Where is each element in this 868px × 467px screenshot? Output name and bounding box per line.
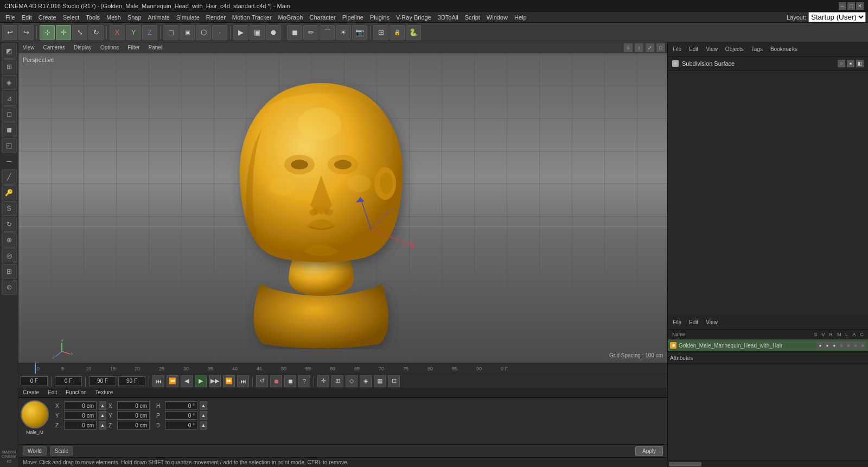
goto-end-button[interactable]: ⏭ xyxy=(237,375,249,387)
menu-create[interactable]: Create xyxy=(35,13,60,22)
material-menu-function[interactable]: Function xyxy=(63,389,88,396)
viewport-icon-pan[interactable]: ↕ xyxy=(635,43,643,52)
coord-p-spin[interactable]: ▲ xyxy=(200,411,207,420)
end-frame-a-input[interactable] xyxy=(89,376,116,386)
z-axis-button[interactable]: Z xyxy=(142,25,157,40)
light-button[interactable]: ☀ xyxy=(336,25,351,40)
coord-x-size[interactable] xyxy=(117,401,150,410)
obj-menu-view[interactable]: View xyxy=(703,318,720,326)
subdivision-ctrl-3[interactable]: ◧ xyxy=(856,60,864,67)
right-menu-edit[interactable]: Edit xyxy=(686,45,701,53)
material-menu-create[interactable]: Create xyxy=(21,389,41,396)
polygon-mode-button[interactable]: ▣ xyxy=(180,25,195,40)
menu-edit[interactable]: Edit xyxy=(18,13,35,22)
world-button[interactable]: World xyxy=(23,446,47,456)
end-frame-b-input[interactable] xyxy=(118,376,145,386)
menu-pipeline[interactable]: Pipeline xyxy=(339,13,367,22)
right-menu-file[interactable]: File xyxy=(670,45,684,53)
apply-button[interactable]: Apply xyxy=(635,446,663,456)
move-tool-button[interactable]: ✛ xyxy=(56,25,71,40)
material-thumb-0[interactable] xyxy=(21,400,49,428)
right-scrollbar[interactable] xyxy=(668,460,868,467)
menu-mesh[interactable]: Mesh xyxy=(103,13,124,22)
scale-tool-button[interactable]: ⤡ xyxy=(72,25,87,40)
viewport-menu-display[interactable]: Display xyxy=(72,44,94,51)
coord-z-pos[interactable] xyxy=(64,421,97,430)
sidebar-mode-2[interactable]: ◈ xyxy=(2,75,17,90)
menu-character[interactable]: Character xyxy=(306,13,339,22)
deformer-button[interactable]: ⌒ xyxy=(320,25,335,40)
next-key-button[interactable]: ⏩ xyxy=(223,375,235,387)
transport-timeline-button[interactable]: ▦ xyxy=(374,375,386,387)
coord-h-spin[interactable]: ▲ xyxy=(200,401,207,410)
menu-select[interactable]: Select xyxy=(60,13,83,22)
viewport-icon-full[interactable]: □ xyxy=(656,43,665,52)
layout-dropdown[interactable]: Startup (User) xyxy=(808,12,866,22)
transport-grid-button[interactable]: ⊞ xyxy=(331,375,343,387)
obj-btn-1[interactable]: ● xyxy=(817,342,824,349)
obj-item-head[interactable]: ⊕ Golden_Male_Mannequin_Head_with_Hair ●… xyxy=(668,339,868,351)
play-button[interactable]: ▶ xyxy=(195,375,207,387)
menu-animate[interactable]: Animate xyxy=(145,13,173,22)
coord-z-spin-up[interactable]: ▲ xyxy=(99,421,106,430)
coord-z-size[interactable] xyxy=(117,421,150,430)
sidebar-mode-1[interactable]: ⊞ xyxy=(2,59,17,74)
viewport-icon-move[interactable]: ⊹ xyxy=(624,43,633,52)
polyselect-button[interactable]: ⏺ xyxy=(266,25,281,40)
obj-menu-edit[interactable]: Edit xyxy=(686,318,701,326)
cube-button[interactable]: ◼ xyxy=(287,25,302,40)
right-menu-tags[interactable]: Tags xyxy=(749,45,765,53)
obj-btn-2[interactable]: ● xyxy=(824,342,831,349)
point-mode-button[interactable]: · xyxy=(212,25,227,40)
3d-viewport[interactable]: X Y Z Perspective Grid Spacing : 100 cm xyxy=(18,53,667,363)
right-menu-bookmarks[interactable]: Bookmarks xyxy=(768,45,800,53)
menu-file[interactable]: File xyxy=(2,13,18,22)
edge-mode-button[interactable]: ⬡ xyxy=(196,25,211,40)
coord-b-spin[interactable]: ▲ xyxy=(200,421,207,430)
coord-y-pos[interactable] xyxy=(64,411,97,420)
subdivision-ctrl-2[interactable]: ● xyxy=(847,60,854,67)
transport-keyframe-button[interactable]: ◈ xyxy=(360,375,372,387)
maximize-button[interactable]: □ xyxy=(847,2,855,10)
sidebar-mode-4[interactable]: ◻ xyxy=(2,106,17,122)
menu-help[interactable]: Help xyxy=(511,13,530,22)
sidebar-tool-3[interactable]: ↻ xyxy=(2,217,17,232)
viewport-menu-filter[interactable]: Filter xyxy=(125,44,142,51)
object-mode-button[interactable]: ◻ xyxy=(163,25,178,40)
transport-move-button[interactable]: ✛ xyxy=(317,375,329,387)
obj-btn-5[interactable]: ○ xyxy=(845,342,852,349)
material-menu-edit[interactable]: Edit xyxy=(46,389,59,396)
python-button[interactable]: 🐍 xyxy=(406,25,421,40)
viewport-menu-view[interactable]: View xyxy=(21,44,37,51)
question-button[interactable]: ? xyxy=(298,375,310,387)
sidebar-mode-0[interactable]: ◩ xyxy=(2,43,17,59)
next-frame-button[interactable]: ▶▶ xyxy=(209,375,221,387)
frame-offset-input[interactable] xyxy=(55,376,82,386)
record-button[interactable]: ⏺ xyxy=(270,375,282,387)
obj-btn-4[interactable]: ○ xyxy=(838,342,845,349)
sidebar-tool-5[interactable]: ◎ xyxy=(2,248,17,263)
minimize-button[interactable]: ─ xyxy=(839,2,846,10)
sidebar-tool-1[interactable]: 🔑 xyxy=(2,185,17,200)
y-axis-button[interactable]: Y xyxy=(126,25,141,40)
menu-vray[interactable]: V-Ray Bridge xyxy=(393,13,435,22)
coord-x-spin-up[interactable]: ▲ xyxy=(99,401,106,410)
spline-button[interactable]: ✏ xyxy=(303,25,318,40)
material-item-0[interactable]: Male_M xyxy=(21,400,49,435)
coord-y-size[interactable] xyxy=(117,411,150,420)
grid-button[interactable]: ⊞ xyxy=(373,25,388,40)
menu-simulate[interactable]: Simulate xyxy=(173,13,203,22)
coord-p-val[interactable] xyxy=(165,411,197,420)
viewport-menu-options[interactable]: Options xyxy=(98,44,121,51)
close-button[interactable]: ✕ xyxy=(856,2,864,10)
coord-y-spin-up[interactable]: ▲ xyxy=(99,411,106,420)
coord-x-pos[interactable] xyxy=(64,401,97,410)
sidebar-tool-6[interactable]: ⊞ xyxy=(2,264,17,279)
material-menu-texture[interactable]: Texture xyxy=(93,389,116,396)
sidebar-tool-0[interactable]: ╱ xyxy=(2,169,17,185)
object-tree[interactable] xyxy=(668,71,868,315)
timeline-playhead[interactable] xyxy=(35,363,36,374)
menu-motion-tracker[interactable]: Motion Tracker xyxy=(229,13,275,22)
goto-start-button[interactable]: ⏮ xyxy=(152,375,164,387)
select-tool-button[interactable]: ⊹ xyxy=(40,25,55,40)
